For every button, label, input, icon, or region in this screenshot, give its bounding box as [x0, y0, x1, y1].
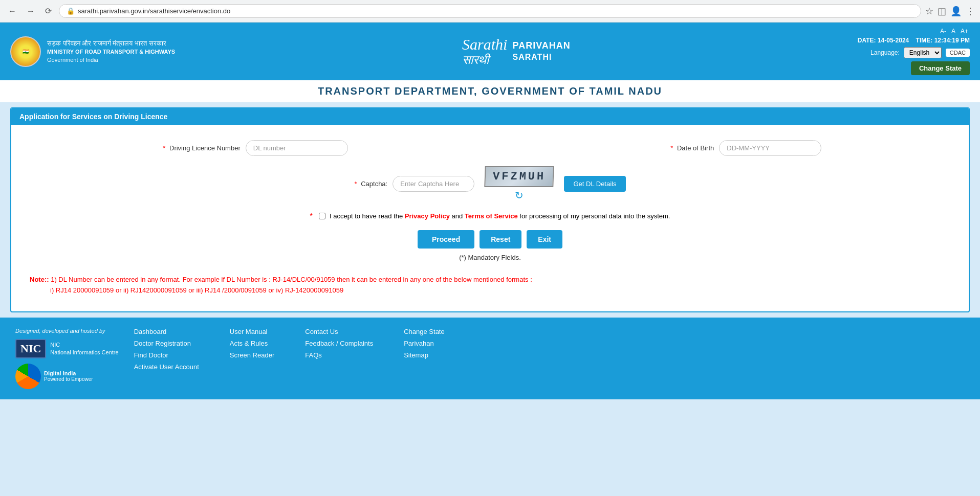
extensions-button[interactable]: ◫ — [938, 6, 946, 17]
ministry-hindi: सड़क परिवहन और राजमार्ग मंत्रालय भारत सर… — [47, 39, 175, 48]
footer-col-3: Contact Us Feedback / Complaints FAQs — [305, 328, 373, 371]
footer-link-activate-account[interactable]: Activate User Account — [134, 363, 199, 371]
footer-link-screen-reader[interactable]: Screen Reader — [230, 351, 274, 359]
govt-emblem: 🇮🇳 — [10, 36, 41, 67]
language-select[interactable]: English Hindi — [904, 47, 942, 58]
dl-number-input[interactable] — [246, 140, 348, 156]
form-card-header: Application for Services on Driving Lice… — [11, 108, 969, 125]
footer-col-2: User Manual Acts & Rules Screen Reader — [230, 328, 274, 371]
captcha-image-container: VFZMUH ↻ — [485, 166, 554, 201]
footer-logos: Designed, developed and hosted by NIC NI… — [15, 328, 119, 389]
nic-box: NIC — [15, 339, 46, 358]
dept-title: TRANSPORT DEPARTMENT, GOVERNMENT OF TAMI… — [0, 80, 980, 102]
footer-link-doctor-registration[interactable]: Doctor Registration — [134, 340, 199, 347]
site-footer: Designed, developed and hosted by NIC NI… — [0, 318, 980, 399]
govt-label: Government of India — [47, 56, 175, 64]
exit-button[interactable]: Exit — [527, 230, 562, 249]
captcha-label: * Captcha: — [354, 180, 387, 188]
get-dl-button[interactable]: Get DL Details — [564, 176, 625, 192]
menu-button[interactable]: ⋮ — [966, 6, 975, 17]
dl-note: Note:: 1) DL Number can be entered in an… — [21, 269, 959, 301]
policy-checkbox[interactable] — [319, 213, 325, 219]
font-small-btn[interactable]: A- — [939, 28, 948, 35]
change-state-button[interactable]: Change State — [911, 61, 970, 75]
footer-link-change-state[interactable]: Change State — [404, 328, 445, 335]
ministry-info: सड़क परिवहन और राजमार्ग मंत्रालय भारत सर… — [47, 39, 175, 64]
reset-button[interactable]: Reset — [480, 230, 521, 249]
footer-link-user-manual[interactable]: User Manual — [230, 328, 274, 335]
checkbox-row: * I accept to have read the Privacy Poli… — [21, 212, 959, 220]
main-content: Application for Services on Driving Lice… — [0, 102, 980, 318]
footer-links: Dashboard Doctor Registration Find Docto… — [134, 328, 965, 371]
captcha-row: * Captcha: VFZMUH ↻ Get DL Details — [21, 166, 959, 201]
url-bar[interactable]: 🔒 sarathi.parivahan.gov.in/sarathiservic… — [59, 4, 921, 18]
reload-button[interactable]: ⟳ — [42, 4, 55, 18]
forward-button[interactable]: → — [24, 5, 38, 18]
captcha-input[interactable] — [393, 176, 474, 192]
digital-india: Digital India Powered to Empower — [15, 364, 93, 389]
footer-col-1: Dashboard Doctor Registration Find Docto… — [134, 328, 199, 371]
footer-col-4: Change State Parivahan Sitemap — [404, 328, 445, 371]
url-icon: 🔒 — [67, 7, 75, 15]
footer-link-sitemap[interactable]: Sitemap — [404, 351, 445, 359]
captcha-image: VFZMUH — [485, 166, 555, 187]
form-card: Application for Services on Driving Lice… — [10, 107, 970, 312]
mandatory-note: (*) Mandatory Fields. — [21, 254, 959, 261]
privacy-policy-link[interactable]: Privacy Policy — [405, 212, 450, 220]
footer-link-acts-rules[interactable]: Acts & Rules — [230, 340, 274, 347]
dl-dob-row: * Driving Licence Number * Date of Birth — [21, 140, 959, 156]
captcha-label-group: * Captcha: — [354, 176, 474, 192]
account-button[interactable]: 👤 — [950, 6, 962, 17]
bookmark-button[interactable]: ☆ — [925, 6, 933, 17]
header-center: Sarathi सारथी PARIVAHAN SARATHI — [462, 37, 571, 66]
checkbox-required-star: * — [310, 212, 313, 220]
footer-link-find-doctor[interactable]: Find Doctor — [134, 351, 199, 359]
terms-of-service-link[interactable]: Terms of Service — [465, 212, 518, 220]
dl-group: * Driving Licence Number — [21, 140, 485, 156]
footer-designed-text: Designed, developed and hosted by — [15, 328, 105, 334]
font-size-controls: A- A A+ — [858, 28, 970, 35]
dl-label: * Driving Licence Number — [159, 144, 241, 152]
footer-link-contact-us[interactable]: Contact Us — [305, 328, 373, 335]
back-button[interactable]: ← — [5, 5, 19, 18]
nic-text: NIC National Informatics Centre — [50, 341, 118, 356]
browser-chrome: ← → ⟳ 🔒 sarathi.parivahan.gov.in/sarathi… — [0, 0, 980, 22]
form-card-body: * Driving Licence Number * Date of Birth — [11, 125, 969, 311]
header-right: A- A A+ DATE: 14-05-2024 TIME: 12:34:19 … — [858, 28, 970, 75]
font-normal-btn[interactable]: A — [950, 28, 957, 35]
captcha-required-star: * — [354, 180, 357, 188]
proceed-button[interactable]: Proceed — [418, 230, 474, 249]
header-left: 🇮🇳 सड़क परिवहन और राजमार्ग मंत्रालय भारत… — [10, 36, 175, 67]
font-large-btn[interactable]: A+ — [959, 28, 970, 35]
footer-link-feedback[interactable]: Feedback / Complaints — [305, 340, 373, 347]
parivahan-text: PARIVAHAN SARATHI — [512, 40, 570, 62]
ministry-english: MINISTRY OF ROAD TRANSPORT & HIGHWAYS — [47, 48, 175, 56]
dob-group: * Date of Birth — [495, 140, 959, 156]
digital-india-icon — [15, 364, 41, 389]
footer-link-dashboard[interactable]: Dashboard — [134, 328, 199, 335]
policy-text: I accept to have read the Privacy Policy… — [330, 212, 670, 220]
footer-link-parivahan[interactable]: Parivahan — [404, 340, 445, 347]
url-text: sarathi.parivahan.gov.in/sarathiservice/… — [78, 7, 230, 15]
dob-input[interactable] — [719, 140, 821, 156]
captcha-refresh-icon[interactable]: ↻ — [515, 189, 524, 201]
datetime-display: DATE: 14-05-2024 TIME: 12:34:19 PM — [858, 37, 970, 44]
sarathi-logo: Sarathi सारथी — [462, 37, 507, 66]
nic-logo: NIC NIC National Informatics Centre — [15, 339, 119, 358]
dl-note-bold: Note:: — [30, 276, 49, 283]
language-row: Language: English Hindi CDAC — [858, 47, 970, 58]
digital-india-text: Digital India Powered to Empower — [44, 370, 93, 382]
site-header: 🇮🇳 सड़क परिवहन और राजमार्ग मंत्रालय भारत… — [0, 22, 980, 80]
dl-required-star: * — [163, 144, 165, 152]
dob-label: * Date of Birth — [632, 144, 714, 152]
dob-required-star: * — [670, 144, 673, 152]
cdac-button[interactable]: CDAC — [946, 49, 970, 57]
button-row: Proceed Reset Exit — [21, 230, 959, 249]
footer-link-faqs[interactable]: FAQs — [305, 351, 373, 359]
